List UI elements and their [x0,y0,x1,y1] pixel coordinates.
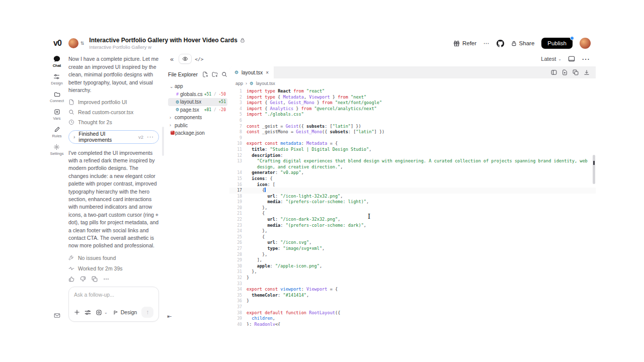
task-item[interactable]: Thought for 2s [68,119,159,125]
sidebar-item-chat[interactable]: Chat [53,55,61,68]
collapse-chat-icon[interactable]: « [170,55,174,63]
code-line[interactable]: 21 { [229,211,596,217]
code-line[interactable]: 23 media: "(prefers-color-scheme: dark)"… [229,223,596,229]
code-line[interactable]: 28 }, [229,252,596,258]
code-line[interactable]: 7const _geist = Geist({ subsets: ["latin… [229,124,596,130]
sidebar-item-vars[interactable]: Vars [53,109,61,121]
user-avatar[interactable] [580,38,591,49]
code-line[interactable]: 24 }, [229,228,596,234]
model-loop-icon[interactable] [96,309,102,316]
version-card-menu[interactable]: ··· [147,134,154,140]
project-avatar[interactable] [68,38,78,48]
refer-button[interactable]: Refer [453,40,476,47]
file-diff-icon[interactable] [562,69,568,75]
code-line[interactable]: 39 children, [229,316,596,322]
tree-folder-components[interactable]: ›components [168,114,227,122]
thumbs-up-icon[interactable] [68,276,74,282]
code-line[interactable]: 31 }, [229,269,596,275]
code-line[interactable]: 16 icon: [ [229,182,596,188]
code-line[interactable]: 18 url: "/icon-light-32x32.png", [229,194,596,200]
code-line[interactable]: 4import { Analytics } from "@vercel/anal… [229,106,596,112]
code-line[interactable]: 32} [229,275,596,281]
code-line[interactable]: 13 "Crafting digital experiences that bl… [229,158,596,164]
code-line[interactable]: 36} [229,298,596,304]
open-in-browser-icon[interactable] [568,56,575,62]
tree-file-globals-css[interactable]: #globals.css+51 / -50 [168,90,227,99]
code-line[interactable]: design, and creative direction.", [229,164,596,170]
code-line[interactable]: 29 ], [229,257,596,263]
publish-button[interactable]: Publish [541,38,573,49]
code-line[interactable]: 10export const metadata: Metadata = { [229,141,596,147]
code-line[interactable]: 38export default function RootLayout({ [229,310,596,316]
v0-logo[interactable]: v0 [53,39,61,48]
code-line[interactable]: 9 [229,135,596,141]
code-line[interactable]: 26 url: "/icon.svg", [229,240,596,246]
code-line[interactable]: 40}: Readonly<{ [229,322,596,326]
code-line[interactable]: 2import type { Metadata, Viewport } from… [229,95,596,101]
code-line[interactable]: 15 icons: { [229,176,596,182]
breadcrumb-root[interactable]: app [235,81,243,86]
share-button[interactable]: Share [511,40,535,46]
code-line[interactable]: 27 type: "image/svg+xml", [229,246,596,252]
status-item[interactable]: Worked for 2m 39s [68,265,159,272]
code-line[interactable]: 11 title: "Studio Pixel | Digital Design… [229,147,596,153]
tree-folder-public[interactable]: ›public [168,122,227,130]
tab-layout-tsx[interactable]: ⚙ layout.tsx × [229,66,274,78]
code-line[interactable]: 17 { [229,188,596,194]
model-dropdown-chevron[interactable]: ⌄ [104,310,108,315]
code-line[interactable]: 19 media: "(prefers-color-scheme: light)… [229,199,596,205]
editor-scrollbar[interactable] [593,88,595,326]
code-line[interactable]: 22 url: "/icon-dark-32x32.png", [229,217,596,223]
design-mode-button[interactable]: Design [113,309,137,315]
code-line[interactable]: 6 [229,118,596,124]
code-line[interactable]: 12 description: [229,153,596,159]
tree-file-package-json[interactable]: package.json [168,129,227,137]
new-folder-icon[interactable] [212,71,218,77]
tree-file-page-tsx[interactable]: ⚙page.tsx+81 / -20 [168,106,227,114]
more-options-icon[interactable] [103,276,109,282]
sidebar-item-connect[interactable]: Connect [50,91,64,103]
mail-icon[interactable] [54,312,60,319]
code-line[interactable]: 33 [229,281,596,287]
code-line[interactable]: 5import "./globals.css" [229,112,596,118]
code-line[interactable]: 3import { Geist, Geist_Mono } from "next… [229,100,596,106]
code-line[interactable]: 25 { [229,234,596,240]
version-card[interactable]: › Finished UI improvements v2 ··· [68,130,159,144]
code-view-button[interactable]: </> [195,56,203,62]
collapse-explorer-icon[interactable]: ⇤ [167,313,172,320]
sidebar-item-rules[interactable]: Rules [52,126,61,138]
tree-folder-app[interactable]: ⌄app [168,82,227,90]
github-icon[interactable] [497,40,504,47]
code-line[interactable]: 20 }, [229,205,596,211]
code-line[interactable]: 30 apple: "/apple-icon.png", [229,263,596,269]
code-editor[interactable]: 1import type React from "react"2import t… [229,88,596,326]
sidebar-item-design[interactable]: Design [51,73,62,85]
code-line[interactable]: 1import type React from "react" [229,88,596,95]
task-item[interactable]: Improved portfolio UI [68,99,159,105]
send-button[interactable]: ↑ [141,307,153,318]
project-switcher-icon[interactable]: ⇅ [80,41,85,46]
copy-icon[interactable] [573,69,579,75]
version-selector[interactable]: Latest ⌄ [541,56,561,62]
header-more-button[interactable]: ⋯ [484,40,490,47]
copy-response-icon[interactable] [92,276,98,282]
tree-file-layout-tsx[interactable]: ⚙layout.tsx+51 [168,98,227,106]
download-icon[interactable] [584,69,590,75]
code-line[interactable]: 14 generator: "v0.app", [229,170,596,176]
search-files-icon[interactable] [221,71,227,77]
split-view-icon[interactable] [551,69,557,75]
followup-input[interactable]: Ask a follow-up... ⌄ Design ↑ [68,287,159,322]
breadcrumb-file[interactable]: layout.tsx [256,81,275,86]
settings-sliders-icon[interactable] [85,309,91,316]
code-line[interactable]: 34export const viewport: Viewport = { [229,287,596,293]
preview-eye-button[interactable] [179,54,192,64]
code-line[interactable]: 37 [229,304,596,310]
new-file-icon[interactable] [202,71,208,77]
editor-more-icon[interactable]: ⋯ [582,54,590,64]
thumbs-down-icon[interactable] [80,276,86,282]
code-line[interactable]: 8const _geistMono = Geist_Mono({ subsets… [229,129,596,135]
scrollbar-thumb[interactable] [593,155,595,184]
code-line[interactable]: 35 themeColor: "#141414", [229,293,596,299]
task-item[interactable]: Read custom-cursor.tsx [68,109,159,115]
close-tab-icon[interactable]: × [266,70,269,75]
